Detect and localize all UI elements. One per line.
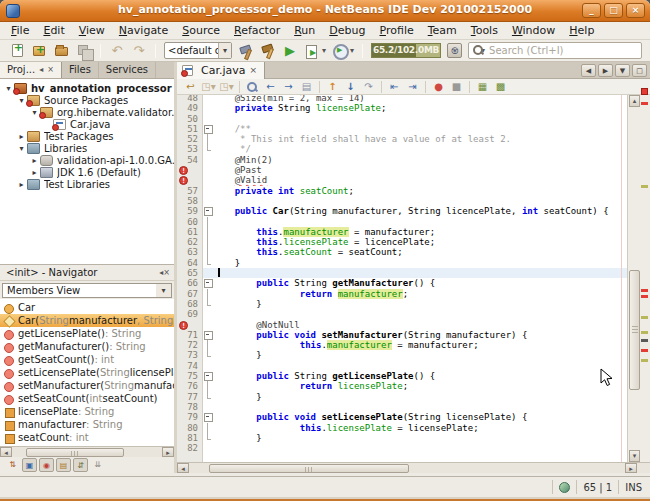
scroll-thumb[interactable] (629, 270, 640, 390)
error-badge-icon[interactable]: ! (179, 321, 188, 330)
fold-marker[interactable] (203, 258, 213, 268)
menu-help[interactable]: Help (562, 22, 601, 40)
minimize-button[interactable]: _ (582, 3, 601, 18)
debug-dropdown-icon[interactable]: ▾ (322, 46, 326, 55)
fold-marker[interactable] (203, 289, 213, 299)
error-badge-icon[interactable]: ! (179, 166, 188, 175)
open-project-button[interactable] (54, 43, 70, 59)
code-line[interactable]: 73} (177, 350, 627, 360)
scroll-tabs-right-icon[interactable]: ▶ (598, 64, 613, 77)
tree-item[interactable]: Car.java (0, 118, 174, 130)
code-line[interactable]: 80this.licensePlate = licensePlate; (177, 423, 627, 433)
run-project-button[interactable]: ▶ (282, 43, 298, 58)
back-button[interactable]: ◳▾ (201, 80, 216, 94)
profile-dropdown-icon[interactable]: ▾ (350, 46, 354, 55)
expander-icon[interactable]: ▸ (29, 156, 40, 165)
navigator-item[interactable]: Car (0, 301, 174, 314)
filter-fields-icon[interactable]: ▣ (22, 458, 37, 472)
scroll-down-icon[interactable]: ▾ (629, 450, 640, 462)
fold-marker[interactable] (203, 340, 213, 350)
code-line[interactable]: 77} (177, 392, 627, 402)
scroll-up-icon[interactable]: ▴ (629, 95, 640, 107)
code-line[interactable]: 69 (177, 309, 627, 319)
menu-team[interactable]: Team (421, 22, 464, 40)
filter-inherited-icon[interactable]: ⇅ (5, 458, 20, 472)
title-bar[interactable]: hv_annotation_processor_demo - NetBeans … (0, 0, 650, 22)
fold-marker[interactable] (203, 144, 213, 154)
navigator-item[interactable]: licensePlate : String (0, 405, 174, 418)
tab-proj[interactable]: Proj...◂× (0, 62, 62, 78)
code-line[interactable]: !@NotNull (177, 320, 627, 330)
clean-build-button[interactable] (260, 43, 276, 59)
tree-item[interactable]: ▾hv_annotation_processor_demo (0, 82, 174, 94)
fold-marker[interactable] (203, 278, 213, 288)
code-line[interactable]: 74 (177, 361, 627, 371)
fold-marker[interactable] (203, 217, 213, 227)
maximize-button[interactable]: □ (604, 3, 623, 18)
tab-files[interactable]: Files (62, 62, 99, 78)
editor-vscrollbar[interactable]: ▴ ▾ (627, 95, 640, 462)
previous-bookmark-button[interactable]: ↑ (325, 80, 340, 94)
code-line[interactable]: 51/** (177, 124, 627, 134)
shift-left-button[interactable]: ⇤ (387, 80, 402, 94)
menu-navigate[interactable]: Navigate (112, 22, 175, 40)
stripe-mark[interactable] (641, 289, 648, 292)
tab-services[interactable]: Services (99, 62, 156, 78)
expander-icon[interactable]: ▸ (29, 168, 40, 177)
code-line[interactable]: 72this.manufacturer = manufacturer; (177, 340, 627, 350)
fold-marker[interactable] (203, 206, 213, 216)
navigator-hscrollbar[interactable]: ◂ ▸ (0, 446, 174, 457)
find-next-button[interactable]: → (281, 80, 296, 94)
code-line[interactable]: 62this.licensePlate = licencePlate; (177, 237, 627, 247)
uncomment-button[interactable]: ▩ (493, 80, 508, 94)
code-line[interactable]: 78 (177, 402, 627, 412)
navigator-item[interactable]: getLicensePlate() : String (0, 327, 174, 340)
profile-project-button[interactable] (332, 43, 348, 59)
close-icon[interactable]: × (47, 66, 54, 74)
fold-marker[interactable] (203, 371, 213, 381)
next-bookmark-button[interactable]: ↓ (343, 80, 358, 94)
code-line[interactable]: 65 (177, 268, 627, 278)
tree-item[interactable]: ▸Test Libraries (0, 178, 174, 190)
fold-marker[interactable] (203, 381, 213, 391)
navigator-item[interactable]: seatCount : int (0, 431, 174, 444)
start-macro-button[interactable]: ● (431, 80, 446, 94)
code-line[interactable]: 48@Size(min = 2, max = 14) (177, 95, 627, 103)
stripe-mark[interactable] (641, 316, 648, 319)
code-line[interactable]: 81} (177, 433, 627, 443)
sort-alpha-icon[interactable]: ⇵ (73, 458, 88, 472)
scroll-tabs-left-icon[interactable]: ◀ (581, 64, 596, 77)
fold-marker[interactable] (203, 423, 213, 433)
search-input[interactable] (485, 44, 641, 57)
code-line[interactable]: 71public void setManufacturer(String man… (177, 330, 627, 340)
code-line[interactable]: !@Valid (177, 175, 627, 185)
navigator-view-combo[interactable]: Members View ▾ (0, 281, 174, 299)
scroll-right-icon[interactable]: ▸ (162, 447, 174, 457)
auto-hide-icon[interactable]: ◂ (39, 66, 43, 74)
menu-view[interactable]: View (72, 22, 112, 40)
find-selection-button[interactable] (245, 80, 260, 94)
code-line[interactable]: 57private int seatCount; (177, 186, 627, 196)
memory-meter[interactable]: 65.2/102.0MB (371, 43, 441, 58)
new-project-button[interactable] (32, 43, 48, 59)
stripe-mark[interactable] (641, 102, 648, 105)
stripe-mark[interactable] (641, 359, 648, 362)
menu-run[interactable]: Run (287, 22, 322, 40)
fold-marker[interactable] (203, 227, 213, 237)
save-all-button[interactable] (76, 43, 92, 59)
navigator-item[interactable]: getSeatCount() : int (0, 353, 174, 366)
editor-hscrollbar[interactable]: ◂ ▸ (177, 462, 650, 473)
stripe-mark[interactable] (641, 331, 648, 334)
expander-icon[interactable]: ▾ (16, 144, 27, 153)
fold-marker[interactable] (203, 237, 213, 247)
code-line[interactable]: 60 (177, 217, 627, 227)
redo-icon[interactable]: ↷ (131, 43, 147, 59)
expander-icon[interactable]: ▸ (16, 180, 27, 189)
error-status-icon[interactable] (641, 88, 648, 95)
config-select[interactable]: <default config> ▾ (164, 42, 232, 59)
find-previous-button[interactable]: ← (263, 80, 278, 94)
error-badge-icon[interactable]: ! (179, 176, 188, 185)
stripe-mark[interactable] (641, 349, 648, 352)
stop-macro-button[interactable]: ■ (449, 80, 464, 94)
garbage-collect-button[interactable]: ♼ (447, 43, 462, 58)
